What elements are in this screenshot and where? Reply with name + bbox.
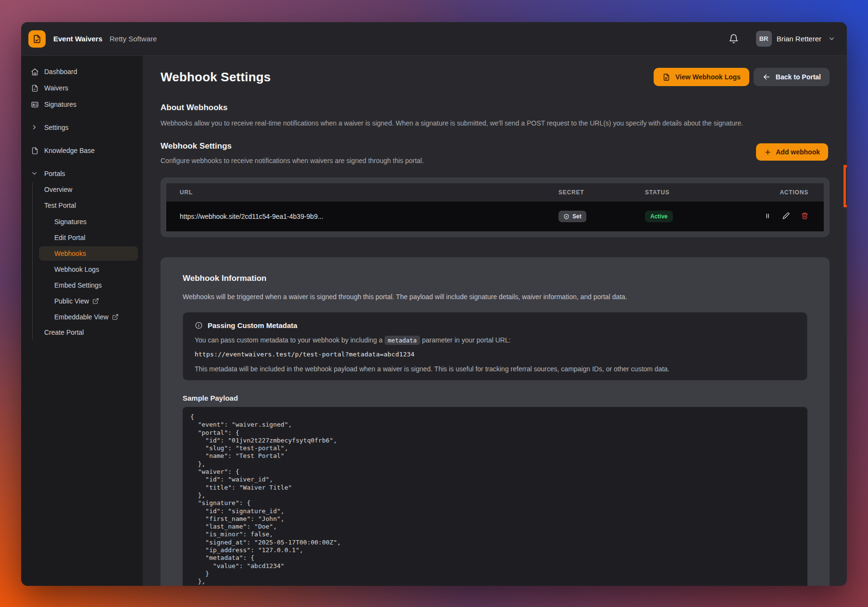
sidebar-item-create-portal[interactable]: Create Portal (33, 326, 143, 340)
home-icon (31, 68, 39, 76)
user-avatar[interactable]: BR (756, 31, 772, 47)
user-menu-chevron-down-icon[interactable] (828, 35, 835, 42)
chevron-down-icon (31, 170, 39, 178)
secret-set-badge: Set (558, 211, 586, 222)
sidebar-item-knowledge-base[interactable]: Knowledge Base (21, 143, 143, 158)
delete-webhook-icon[interactable] (801, 212, 808, 219)
external-link-icon (112, 314, 119, 320)
app-window: Event Waivers Retty Software BR Brian Re… (21, 22, 847, 586)
status-active-badge: Active (645, 211, 673, 222)
plus-icon (764, 149, 771, 156)
sidebar-item-settings[interactable]: Settings (21, 120, 143, 135)
sidebar-item-dashboard[interactable]: Dashboard (21, 64, 143, 79)
webhook-information-heading: Webhook Information (183, 274, 807, 283)
sidebar-item-edit-portal[interactable]: Edit Portal (39, 230, 138, 245)
custom-metadata-body: You can pass custom metadata to your web… (195, 336, 795, 344)
custom-metadata-footer: This metadata will be included in the we… (195, 365, 795, 373)
document-icon (662, 73, 670, 81)
sidebar-item-test-portal[interactable]: Test Portal (33, 199, 143, 213)
webhooks-table-panel: URL SECRET STATUS ACTIONS https://webhoo… (161, 177, 830, 237)
column-header-actions: ACTIONS (728, 183, 824, 202)
sidebar-item-embeddable-view[interactable]: Embeddable View (39, 310, 138, 324)
back-to-portal-button[interactable]: Back to Portal (754, 68, 830, 86)
page-title: Webhook Settings (161, 70, 271, 85)
sidebar-item-waivers[interactable]: Waivers (21, 81, 143, 95)
chevron-right-icon (31, 124, 39, 132)
custom-metadata-info-box: Passing Custom Metadata You can pass cus… (183, 312, 807, 380)
sidebar-item-overview[interactable]: Overview (33, 183, 143, 197)
arrow-left-icon (762, 73, 771, 81)
sidebar-item-embed-settings[interactable]: Embed Settings (39, 278, 138, 292)
sidebar-item-signatures[interactable]: Signatures (21, 97, 143, 112)
app-name: Event Waivers (53, 35, 102, 43)
webhook-information-panel: Webhook Information Webhooks will be tri… (161, 257, 830, 586)
column-header-url: URL (166, 183, 545, 202)
sample-payload-label: Sample Payload (183, 394, 807, 402)
sidebar-item-portals[interactable]: Portals (21, 166, 143, 181)
webhook-table-row: https://webhook.site/2cd11c54-9ea1-4b39-… (166, 202, 824, 231)
portals-subnav: Overview Test Portal Signatures Edit Por… (32, 183, 143, 340)
shield-icon (563, 214, 570, 220)
user-name: Brian Retterer (777, 35, 821, 43)
app-logo-icon[interactable] (28, 30, 46, 48)
sidebar-item-webhook-logs[interactable]: Webhook Logs (39, 262, 138, 277)
webhooks-table: URL SECRET STATUS ACTIONS https://webhoo… (166, 183, 824, 231)
sidebar-item-portal-signatures[interactable]: Signatures (39, 215, 138, 229)
metadata-code-chip: metadata (384, 336, 420, 345)
sidebar-item-public-view[interactable]: Public View (39, 294, 138, 308)
edit-webhook-icon[interactable] (782, 212, 790, 219)
sidebar: Dashboard Waivers Signatures Settings Kn… (21, 56, 143, 586)
column-header-status: STATUS (632, 183, 728, 202)
main-content: Webhook Settings View Webhook Logs Back … (143, 56, 847, 586)
view-webhook-logs-button[interactable]: View Webhook Logs (654, 68, 749, 86)
webhook-url-cell: https://webhook.site/2cd11c54-9ea1-4b39-… (166, 202, 545, 231)
info-circle-icon (195, 321, 203, 329)
table-header-row: URL SECRET STATUS ACTIONS (166, 183, 824, 202)
webhook-information-description: Webhooks will be triggered when a waiver… (183, 293, 807, 301)
top-bar: Event Waivers Retty Software BR Brian Re… (21, 22, 847, 56)
about-webhooks-heading: About Webhooks (161, 103, 227, 113)
notifications-bell-icon[interactable] (729, 34, 739, 44)
external-link-icon (92, 298, 99, 304)
metadata-example-url: https://eventwaivers.test/p/test-portal?… (195, 351, 795, 358)
document-icon (31, 84, 39, 92)
sample-payload-code-block: { "event": "waiver.signed", "portal": { … (183, 407, 807, 586)
id-card-icon (31, 101, 39, 109)
column-header-secret: SECRET (545, 183, 632, 202)
webhook-settings-heading: Webhook Settings (161, 141, 232, 151)
annotation-highlight-rect (843, 165, 847, 207)
custom-metadata-heading: Passing Custom Metadata (208, 321, 298, 329)
file-icon (31, 147, 39, 155)
add-webhook-button[interactable]: Add webhook (756, 143, 828, 161)
sidebar-item-webhooks[interactable]: Webhooks (39, 246, 138, 261)
pause-webhook-icon[interactable] (764, 213, 771, 219)
org-name: Retty Software (110, 35, 157, 43)
about-webhooks-description: Webhooks allow you to receive real-time … (161, 119, 743, 127)
webhook-settings-description: Configure webhooks to receive notificati… (161, 157, 424, 164)
sample-payload-json: { "event": "waiver.signed", "portal": { … (190, 413, 800, 586)
